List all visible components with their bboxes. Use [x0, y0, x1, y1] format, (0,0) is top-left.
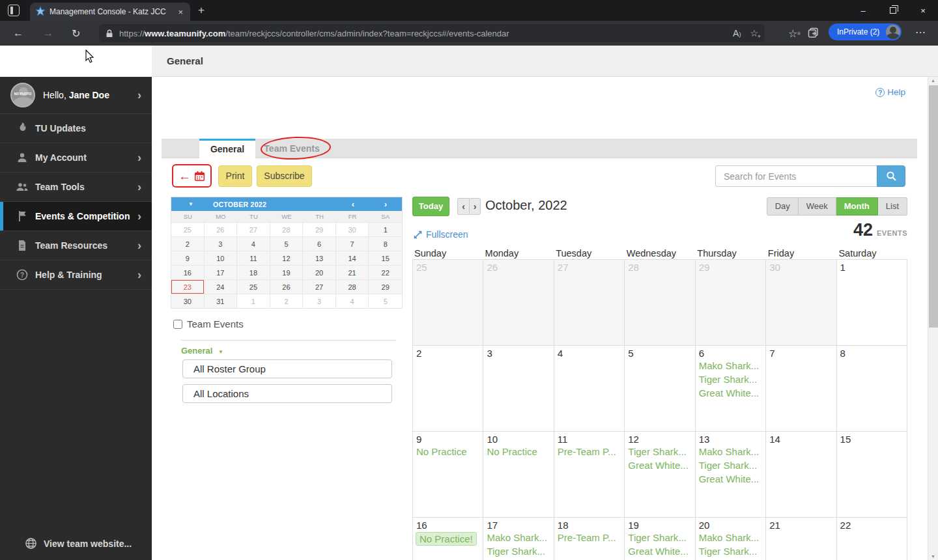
vertical-scrollbar[interactable]: ▲ ▼	[928, 77, 938, 560]
calendar-day-cell[interactable]: 1	[837, 260, 907, 346]
mini-calendar-day[interactable]: 1	[237, 294, 270, 308]
calendar-event[interactable]: Tiger Shark...	[696, 458, 765, 472]
mini-calendar-day[interactable]: 27	[303, 279, 336, 294]
mini-calendar-day[interactable]: 24	[205, 279, 238, 294]
calendar-day-cell[interactable]: 14	[766, 432, 836, 518]
calendar-event[interactable]: Tiger Shark...	[483, 544, 553, 558]
calendar-day-cell[interactable]: 7	[766, 346, 836, 432]
search-input[interactable]	[715, 165, 877, 187]
collections-icon[interactable]	[808, 27, 819, 41]
calendar-day-cell[interactable]: 3	[483, 346, 554, 432]
fullscreen-link[interactable]: Fullscreen	[414, 229, 468, 240]
scroll-up-icon[interactable]: ▲	[928, 78, 938, 83]
mini-calendar-day[interactable]: 29	[303, 222, 336, 236]
calendar-day-cell[interactable]: 4	[554, 346, 625, 432]
tab-workspaces-icon[interactable]	[8, 5, 20, 16]
new-tab-icon[interactable]: +	[198, 4, 205, 17]
mini-calendar-day[interactable]: 27	[237, 222, 270, 236]
favorites-bar-icon[interactable]: ☆≡	[788, 28, 801, 39]
calendar-day-cell[interactable]: 22	[837, 518, 907, 560]
mini-calendar-day[interactable]: 9	[171, 251, 205, 265]
mini-calendar-day[interactable]: 28	[270, 222, 304, 236]
view-button-list[interactable]: List	[878, 197, 907, 216]
mini-calendar-day[interactable]: 11	[237, 251, 270, 265]
dropdown-caret-icon[interactable]: ▼	[188, 201, 193, 207]
calendar-day-cell[interactable]: 11Pre-Team P...	[554, 432, 625, 518]
mini-calendar-day[interactable]: 21	[336, 265, 369, 279]
browser-tab[interactable]: Management Console - Katz JCC ×	[30, 3, 190, 21]
calendar-day-cell[interactable]: 15	[837, 432, 907, 518]
locations-select[interactable]: All Locations	[182, 384, 392, 403]
calendar-day-cell[interactable]: 16No Practice!	[413, 518, 483, 560]
tab-team-events[interactable]: Team Events	[255, 139, 328, 158]
calendar-event[interactable]: Mako Shark...	[483, 531, 553, 544]
mini-calendar-day[interactable]: 14	[336, 251, 369, 265]
calendar-day-cell[interactable]: 10No Practice	[483, 432, 554, 518]
today-button[interactable]: Today	[412, 197, 449, 216]
calendar-event[interactable]: No Practice	[483, 445, 553, 458]
mini-prev-icon[interactable]: ‹	[337, 199, 369, 209]
mini-calendar-day[interactable]: 2	[171, 236, 205, 251]
mini-calendar-day[interactable]: 5	[369, 294, 402, 308]
calendar-nav-icon[interactable]	[194, 171, 205, 182]
view-team-website-link[interactable]: View team website...	[25, 537, 132, 550]
mini-calendar-day[interactable]: 25	[171, 222, 205, 236]
refresh-icon[interactable]: ↻	[72, 27, 80, 40]
mini-calendar-day[interactable]: 7	[336, 236, 369, 251]
sidebar-account-row[interactable]: NO PHOTO Hello, Jane Doe ›	[0, 77, 152, 114]
calendar-day-cell[interactable]: 17Mako Shark...Tiger Shark...	[483, 518, 554, 560]
view-button-day[interactable]: Day	[767, 197, 799, 216]
view-button-month[interactable]: Month	[836, 197, 878, 216]
sidebar-item-my-account[interactable]: My Account›	[0, 143, 152, 173]
view-button-week[interactable]: Week	[799, 197, 836, 216]
scroll-down-icon[interactable]: ▼	[928, 554, 938, 559]
calendar-day-cell[interactable]: 8	[837, 346, 907, 432]
browser-menu-icon[interactable]: ⋯	[915, 26, 926, 38]
calendar-day-cell[interactable]: 29	[696, 260, 766, 346]
mini-calendar-day[interactable]: 4	[336, 294, 369, 308]
next-month-button[interactable]: ›	[469, 198, 481, 215]
mini-calendar-day[interactable]: 12	[270, 251, 304, 265]
minimize-button[interactable]: –	[848, 0, 878, 21]
calendar-event[interactable]: Great White...	[625, 458, 694, 472]
subscribe-button[interactable]: Subscribe	[257, 165, 312, 187]
mini-calendar-day[interactable]: 3	[205, 236, 238, 251]
mini-calendar-day[interactable]: 1	[369, 222, 402, 236]
help-link[interactable]: ? Help	[875, 87, 905, 97]
calendar-event[interactable]: Pre-Team P...	[554, 445, 624, 458]
print-button[interactable]: Print	[218, 165, 252, 187]
mini-calendar-day[interactable]: 3	[303, 294, 336, 308]
prev-month-button[interactable]: ‹	[457, 198, 469, 215]
mini-calendar-day[interactable]: 29	[369, 279, 402, 294]
mini-calendar-day[interactable]: 17	[205, 265, 238, 279]
add-favorite-icon[interactable]: ☆+	[750, 28, 758, 38]
mini-calendar-day[interactable]: 8	[369, 236, 402, 251]
back-icon[interactable]: ←	[13, 27, 23, 39]
team-events-checkbox[interactable]	[173, 320, 182, 329]
mini-calendar-day[interactable]: 15	[369, 251, 402, 265]
tab-close-icon[interactable]: ×	[176, 7, 185, 17]
address-bar[interactable]: https://www.teamunify.com/team/reckjccs/…	[99, 24, 765, 42]
calendar-event[interactable]: Mako Shark...	[696, 359, 765, 372]
mini-calendar-day[interactable]: 20	[303, 265, 336, 279]
mini-calendar-day[interactable]: 13	[303, 251, 336, 265]
calendar-day-cell[interactable]: 19Tiger Shark...Great White...	[625, 518, 695, 560]
calendar-day-cell[interactable]: 6Mako Shark...Tiger Shark...Great White.…	[696, 346, 766, 432]
calendar-event[interactable]: Great White...	[696, 386, 765, 400]
mini-calendar-day-selected[interactable]: 23	[171, 279, 205, 294]
search-button[interactable]	[877, 165, 905, 187]
sidebar-item-events-competition[interactable]: Events & Competition›	[0, 202, 152, 231]
mini-calendar-day[interactable]: 2	[270, 294, 304, 308]
mini-calendar-day[interactable]: 26	[270, 279, 304, 294]
calendar-event[interactable]: No Practice!	[416, 532, 477, 546]
mini-calendar-day[interactable]: 25	[237, 279, 270, 294]
calendar-event[interactable]: Tiger Shark...	[696, 544, 765, 558]
mini-calendar-day[interactable]: 30	[171, 294, 205, 308]
mini-calendar-day[interactable]: 26	[205, 222, 238, 236]
mini-calendar-day[interactable]: 30	[336, 222, 369, 236]
mini-calendar-day[interactable]: 28	[336, 279, 369, 294]
sidebar-item-help-training[interactable]: ?Help & Training›	[0, 260, 152, 290]
close-window-button[interactable]: ×	[908, 0, 938, 21]
read-aloud-icon[interactable]: A)	[733, 28, 741, 38]
calendar-day-cell[interactable]: 27	[554, 260, 625, 346]
